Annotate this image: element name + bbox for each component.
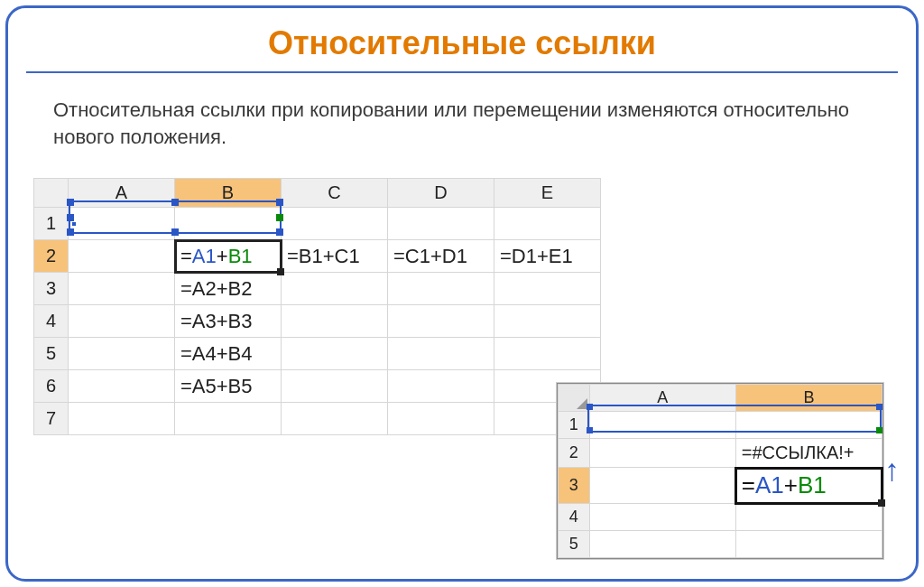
- spreadsheet-main: A B C D E 1 2 =A1+: [33, 178, 620, 435]
- cell-C3[interactable]: [282, 273, 388, 305]
- range-handle-icon[interactable]: [67, 214, 74, 221]
- s2-cell-B3[interactable]: =A1+B1: [735, 468, 882, 504]
- cell-A2[interactable]: [69, 240, 175, 273]
- title-underline: [26, 71, 898, 73]
- cell-E1[interactable]: [494, 208, 601, 240]
- cell-C4[interactable]: [282, 305, 388, 338]
- s2-cell-A4[interactable]: [589, 504, 735, 531]
- s2-cell-A5[interactable]: [589, 531, 735, 558]
- s2-b3-eq: =: [742, 471, 755, 498]
- cell-E2[interactable]: =D1+E1: [494, 240, 601, 273]
- cell-D5[interactable]: [388, 338, 494, 370]
- range-handle-icon[interactable]: [67, 199, 74, 206]
- cell-A4[interactable]: [69, 305, 175, 338]
- range-handle-icon[interactable]: [587, 404, 593, 410]
- cell-B4[interactable]: =A3+B3: [175, 305, 282, 338]
- sheet2-row-3[interactable]: 3: [559, 468, 590, 504]
- b2-eq: =: [180, 245, 192, 267]
- sheet1-row-3[interactable]: 3: [34, 273, 69, 305]
- s2-range-overlay: [587, 405, 882, 433]
- range-handle-icon[interactable]: [67, 228, 74, 236]
- range-handle-icon[interactable]: [587, 427, 593, 433]
- range-handle-green-icon[interactable]: [876, 427, 882, 433]
- sheet2-row-1[interactable]: 1: [559, 412, 590, 439]
- sheet1-row-7[interactable]: 7: [34, 403, 69, 435]
- cell-D4[interactable]: [388, 305, 494, 338]
- page-title: Относительные ссылки: [8, 24, 916, 62]
- sheet1-row-4[interactable]: 4: [34, 305, 69, 338]
- cell-A7[interactable]: [69, 403, 175, 435]
- range-handle-green-icon[interactable]: [276, 214, 283, 221]
- sheet1-row-1[interactable]: 1: [34, 208, 69, 240]
- cell-A6[interactable]: [69, 370, 175, 403]
- sheet2-row-5[interactable]: 5: [559, 531, 590, 558]
- s2-b3-b: B1: [798, 471, 827, 498]
- sheet1-row-2[interactable]: 2: [34, 240, 69, 273]
- s2-b3-a: A1: [755, 471, 784, 498]
- spreadsheet-small: A B 1 2 =#ССЫЛКА!+ 3 =A1+B1: [557, 383, 883, 559]
- sheet1-col-C[interactable]: C: [282, 179, 388, 208]
- range-handle-icon[interactable]: [171, 228, 179, 236]
- cell-E4[interactable]: [494, 305, 601, 338]
- slide-frame: Относительные ссылки Относительная ссылк…: [5, 5, 919, 582]
- cell-D2[interactable]: =C1+D1: [388, 240, 494, 273]
- cell-C1[interactable]: [282, 208, 388, 240]
- cell-C6[interactable]: [282, 370, 388, 403]
- source-range-overlay: [69, 200, 282, 234]
- sheet2-row-4[interactable]: 4: [559, 504, 590, 531]
- fill-handle-icon[interactable]: [277, 268, 284, 275]
- cell-A3[interactable]: [69, 273, 175, 305]
- s2-cell-A3[interactable]: [589, 468, 735, 504]
- cell-E5[interactable]: [494, 338, 601, 370]
- cell-B7[interactable]: [175, 403, 282, 435]
- s2-cell-B2[interactable]: =#ССЫЛКА!+: [735, 439, 882, 468]
- sheet2-row-2[interactable]: 2: [559, 439, 590, 468]
- b2-b: B1: [228, 245, 253, 267]
- b2-a: A1: [192, 245, 217, 267]
- s2-cell-B4[interactable]: [735, 504, 882, 531]
- b2-plus: +: [217, 245, 228, 267]
- cell-B3[interactable]: =A2+B2: [175, 273, 282, 305]
- range-handle-icon[interactable]: [171, 199, 179, 206]
- cell-A5[interactable]: [69, 338, 175, 370]
- description-text: Относительная ссылки при копировании или…: [53, 97, 871, 150]
- s2-b3-plus: +: [784, 471, 798, 498]
- cell-B2[interactable]: =A1+B1: [175, 240, 282, 273]
- cell-C2[interactable]: =B1+C1: [282, 240, 388, 273]
- sheet1-row-6[interactable]: 6: [34, 370, 69, 403]
- fill-handle-icon[interactable]: [878, 499, 885, 507]
- cell-D6[interactable]: [388, 370, 494, 403]
- cell-D3[interactable]: [388, 273, 494, 305]
- s2-cell-B5[interactable]: [735, 531, 882, 558]
- range-handle-icon[interactable]: [276, 228, 283, 236]
- cell-E3[interactable]: [494, 273, 601, 305]
- cell-C5[interactable]: [282, 338, 388, 370]
- cell-B6[interactable]: =A5+B5: [175, 370, 282, 403]
- sheet1-col-D[interactable]: D: [388, 179, 494, 208]
- arrow-up-icon: ↑: [884, 454, 900, 485]
- sheet1-corner[interactable]: [34, 179, 69, 208]
- range-handle-icon[interactable]: [876, 404, 882, 410]
- s2-cell-A2[interactable]: [589, 439, 735, 468]
- sheet1-row-5[interactable]: 5: [34, 338, 69, 370]
- sheet2-corner[interactable]: [559, 385, 590, 412]
- cell-B5[interactable]: =A4+B4: [175, 338, 282, 370]
- sheet1-col-E[interactable]: E: [494, 179, 601, 208]
- cell-D7[interactable]: [388, 403, 494, 435]
- cell-C7[interactable]: [282, 403, 388, 435]
- cell-D1[interactable]: [388, 208, 494, 240]
- range-handle-icon[interactable]: [276, 199, 283, 206]
